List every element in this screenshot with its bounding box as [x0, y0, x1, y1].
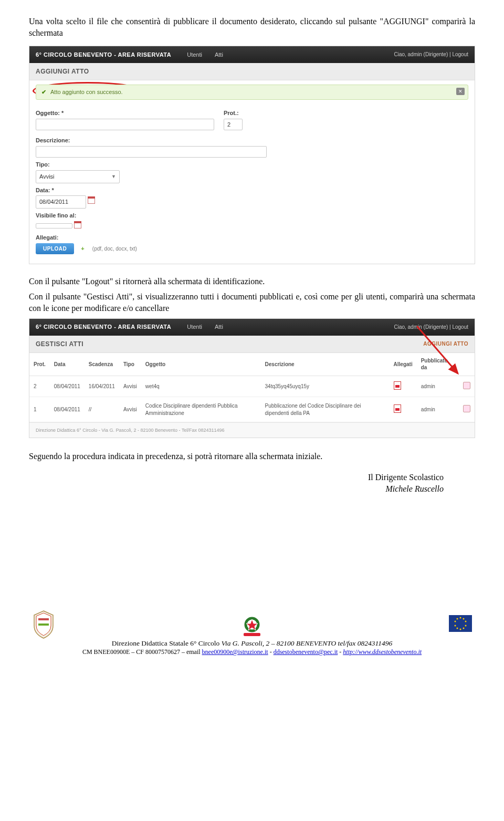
- footer-url[interactable]: http://www.ddsestobenevento.it: [343, 648, 422, 656]
- italian-emblem-icon: [239, 610, 265, 639]
- nav-utenti[interactable]: Utenti: [187, 323, 202, 331]
- mid-paragraph-2: Con il pulsante "Gestisci Atti", si visu…: [29, 291, 475, 314]
- label-descrizione: Descrizione:: [36, 137, 468, 144]
- oggetto-input[interactable]: [36, 119, 214, 130]
- descrizione-input[interactable]: [36, 146, 267, 158]
- label-prot: Prot.:: [224, 109, 243, 117]
- signature-block: Il Dirigente Scolastico Michele Ruscello: [29, 472, 444, 494]
- svg-point-12: [457, 628, 458, 629]
- nav-utenti[interactable]: Utenti: [187, 51, 202, 59]
- th-tipo: Tipo: [119, 353, 141, 376]
- pdf-icon[interactable]: [394, 381, 401, 390]
- topnav: Utenti Atti: [187, 323, 223, 331]
- label-allegati: Allegati:: [36, 234, 468, 242]
- cell-pubblicato: admin: [417, 397, 458, 422]
- brand-title: 6° CIRCOLO BENEVENTO - AREA RISERVATA: [36, 51, 171, 59]
- footer-line1-a: Direzione Didattica Statale 6° Circolo: [112, 639, 222, 647]
- th-allegati: Allegati: [390, 353, 417, 376]
- screenshot-aggiungi-atto: 6° CIRCOLO BENEVENTO - AREA RISERVATA Ut…: [29, 46, 475, 264]
- th-descrizione: Descrizione: [261, 353, 390, 376]
- pdf-icon[interactable]: [394, 404, 401, 413]
- topbar: 6° CIRCOLO BENEVENTO - AREA RISERVATA Ut…: [29, 319, 475, 336]
- th-pubblicato: Pubblicato da: [417, 353, 458, 376]
- tipo-select[interactable]: Avvisi ▼: [36, 170, 120, 183]
- cell-oggetto: wet4q: [141, 376, 261, 397]
- label-tipo: Tipo:: [36, 161, 468, 169]
- nav-atti[interactable]: Atti: [215, 323, 223, 331]
- edit-delete-icon[interactable]: [463, 405, 470, 412]
- panel-title: AGGIUNGI ATTO: [29, 63, 475, 80]
- cell-data: 08/04/2011: [50, 397, 85, 422]
- svg-point-9: [465, 625, 467, 627]
- footer-sep1: -: [268, 648, 274, 656]
- th-oggetto: Oggetto: [141, 353, 261, 376]
- atti-table: Prot. Data Scadenza Tipo Oggetto Descriz…: [29, 353, 475, 423]
- edit-delete-icon[interactable]: [463, 382, 470, 389]
- cell-scadenza: 16/04/2011: [85, 376, 119, 397]
- user-info[interactable]: Ciao, admin (Dirigente) | Logout: [394, 324, 468, 331]
- upload-button[interactable]: UPLOAD: [36, 243, 74, 254]
- svg-rect-2: [38, 623, 49, 626]
- th-scadenza: Scadenza: [85, 353, 119, 376]
- label-data: Data: *: [36, 186, 468, 194]
- cell-allegati: [390, 376, 417, 397]
- svg-point-14: [455, 621, 456, 622]
- intro-paragraph: Una volta scelto il file che consentirà …: [29, 16, 475, 38]
- label-oggetto: Oggetto: *: [36, 109, 214, 117]
- signature-role: Il Dirigente Scolastico: [29, 472, 444, 483]
- add-atto-link[interactable]: AGGIUNGI ATTO: [423, 340, 468, 348]
- panel-title-row: GESTISCI ATTI AGGIUNGI ATTO: [29, 336, 475, 353]
- svg-point-10: [463, 628, 465, 629]
- cell-scadenza: //: [85, 397, 119, 422]
- table-row: 1 08/04/2011 // Avvisi Codice Disciplina…: [29, 397, 475, 422]
- topnav: Utenti Atti: [187, 51, 223, 59]
- svg-point-15: [457, 618, 458, 620]
- cell-prot: 2: [29, 376, 50, 397]
- th-data: Data: [50, 353, 85, 376]
- cell-actions: [458, 397, 475, 422]
- data-value: 08/04/2011: [39, 198, 68, 206]
- check-icon: ✔: [41, 88, 46, 96]
- upload-hint: (pdf, doc, docx, txt): [92, 246, 137, 252]
- cell-allegati: [390, 397, 417, 422]
- prot-input[interactable]: [224, 119, 243, 130]
- table-row: 2 08/04/2011 16/04/2011 Avvisi wet4q 34t…: [29, 376, 475, 397]
- calendar-icon[interactable]: [74, 221, 81, 228]
- svg-point-11: [460, 629, 461, 630]
- footer-email-2[interactable]: ddsestobenevento@pec.it: [274, 648, 338, 656]
- chevron-down-icon: ▼: [111, 173, 116, 180]
- visibile-input[interactable]: [36, 223, 72, 228]
- user-info[interactable]: Ciao, admin (Dirigente) | Logout: [394, 51, 468, 58]
- footer-line1-b: Via G. Pascoli, 2 – 82100 BENEVENTO tel/…: [222, 639, 392, 647]
- coat-of-arms-icon: [31, 610, 56, 639]
- nav-atti[interactable]: Atti: [215, 51, 223, 59]
- footer-text: Direzione Didattica Statale 6° Circolo V…: [29, 639, 475, 656]
- topbar: 6° CIRCOLO BENEVENTO - AREA RISERVATA Ut…: [29, 46, 475, 63]
- footer-sep2: -: [338, 648, 343, 656]
- svg-point-13: [455, 625, 456, 627]
- svg-rect-4: [244, 633, 260, 636]
- cell-actions: [458, 376, 475, 397]
- signature-name: Michele Ruscello: [29, 483, 444, 495]
- cell-descrizione: 34tq35yq45uyq15y: [261, 376, 390, 397]
- plus-icon: +: [81, 245, 84, 252]
- cell-prot: 1: [29, 397, 50, 422]
- footer-email-1[interactable]: bnee00900e@istruzione.it: [202, 648, 268, 656]
- svg-rect-1: [38, 618, 49, 620]
- mid-paragraph-1: Con il pulsante "Logout" si ritornerà al…: [29, 276, 475, 287]
- label-visibile: Visibile fino al:: [36, 212, 468, 220]
- success-message: ✔ Atto aggiunto con successo. ✕: [36, 85, 468, 100]
- cell-descrizione: Pubblicazione del Codice Disciplinare de…: [261, 397, 390, 422]
- screenshot-footer: Direzione Didattica 6° Circolo - Via G. …: [29, 422, 475, 438]
- cell-tipo: Avvisi: [119, 376, 141, 397]
- close-icon[interactable]: ✕: [456, 88, 465, 95]
- data-input[interactable]: 08/04/2011: [36, 195, 86, 209]
- screenshot-gestisci-atti: 6° CIRCOLO BENEVENTO - AREA RISERVATA Ut…: [29, 318, 475, 439]
- footer-line2-a: CM BNEE00900E – CF 80007570627 – email: [82, 648, 202, 656]
- brand-title: 6° CIRCOLO BENEVENTO - AREA RISERVATA: [36, 323, 171, 331]
- calendar-icon[interactable]: [88, 196, 95, 204]
- th-prot: Prot.: [29, 353, 50, 376]
- closing-paragraph: Seguendo la procedura indicata in preced…: [29, 451, 475, 462]
- svg-point-7: [463, 618, 465, 620]
- svg-point-6: [460, 617, 461, 619]
